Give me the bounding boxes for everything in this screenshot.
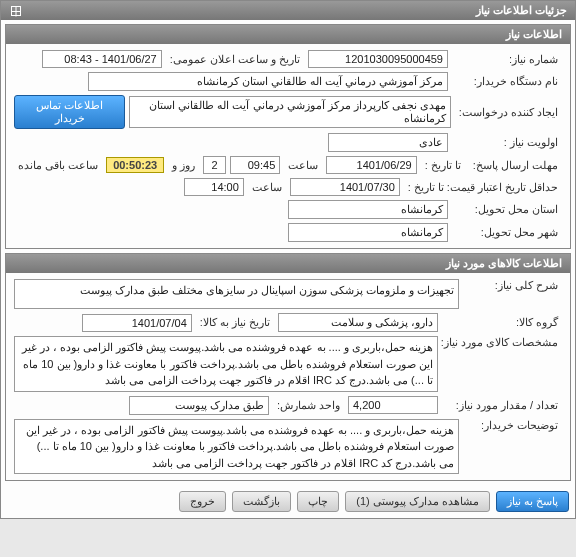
goods-info-header: اطلاعات کالاهای مورد نیاز	[6, 254, 570, 273]
requester-field[interactable]: مهدی نجفی کارپرداز مرکز آموزشي درماني آی…	[129, 96, 451, 128]
delivery-province-label: استان محل تحویل:	[452, 203, 562, 216]
delivery-city-label: شهر محل تحویل:	[452, 226, 562, 239]
print-button[interactable]: چاپ	[297, 491, 339, 512]
contact-buyer-button[interactable]: اطلاعات تماس خریدار	[14, 95, 125, 129]
desc-field[interactable]: تجهیزات و ملزومات پزشکی سوزن اسپاینال در…	[14, 279, 459, 309]
remain-label: ساعت باقی مانده	[14, 159, 102, 172]
unit-field[interactable]: طبق مدارک پیوست	[129, 396, 269, 415]
to-date-label-2: تا تاریخ :	[404, 181, 448, 194]
days-label: روز و	[168, 159, 199, 172]
qty-label: تعداد / مقدار مورد نیاز:	[442, 399, 562, 412]
priority-field[interactable]: عادی	[328, 133, 448, 152]
goods-info-panel: اطلاعات کالاهای مورد نیاز شرح کلی نیاز: …	[5, 253, 571, 481]
qty-field[interactable]: 4,200	[348, 396, 438, 414]
delivery-province-field[interactable]: کرمانشاه	[288, 200, 448, 219]
window-title: جزئیات اطلاعات نیاز	[476, 4, 567, 16]
group-label: گروه کالا:	[442, 316, 562, 329]
exit-button[interactable]: خروج	[179, 491, 226, 512]
spec-label: مشخصات کالای مورد نیاز:	[442, 336, 562, 349]
back-button[interactable]: بازگشت	[232, 491, 291, 512]
footer-bar: پاسخ به نیاز مشاهده مدارک پیوستی (1) چاپ…	[1, 485, 575, 518]
announce-field[interactable]: 1401/06/27 - 08:43	[42, 50, 162, 68]
group-field[interactable]: دارو، پزشکی و سلامت	[278, 313, 438, 332]
valid-date-field[interactable]: 1401/07/30	[290, 178, 400, 196]
spec-field[interactable]: هزینه حمل،باربری و .... به عهده فروشنده …	[14, 336, 438, 392]
goods-info-title: اطلاعات کالاهای مورد نیاز	[446, 257, 562, 269]
deadline-label: مهلت ارسال پاسخ:	[469, 159, 562, 172]
valid-min-label: حداقل تاریخ اعتبار قیمت:	[452, 181, 562, 194]
deadline-time-field[interactable]: 09:45	[230, 156, 280, 174]
window-title-bar: جزئیات اطلاعات نیاز	[1, 1, 575, 20]
time-label-2: ساعت	[248, 181, 286, 194]
need-to-date-label: تاریخ نیاز به کالا:	[196, 316, 274, 329]
buyer-field[interactable]: مرکز آموزشي درماني آیت اله طالقاني استان…	[88, 72, 448, 91]
countdown-timer: 00:50:23	[106, 157, 164, 173]
announce-label: تاریخ و ساعت اعلان عمومی:	[166, 53, 304, 66]
main-window: جزئیات اطلاعات نیاز اطلاعات نیاز شماره ن…	[0, 0, 576, 519]
close-icon[interactable]	[11, 6, 21, 16]
reply-button[interactable]: پاسخ به نیاز	[496, 491, 569, 512]
to-date-label: تا تاریخ :	[421, 159, 465, 172]
unit-label: واحد شمارش:	[273, 399, 344, 412]
buyer-notes-label: توضیحات خریدار:	[463, 419, 562, 432]
need-info-header: اطلاعات نیاز	[6, 25, 570, 44]
requester-label: ایجاد کننده درخواست:	[455, 106, 562, 119]
valid-time-field[interactable]: 14:00	[184, 178, 244, 196]
buyer-label: نام دستگاه خریدار:	[452, 75, 562, 88]
need-number-label: شماره نیاز:	[452, 53, 562, 66]
priority-label: اولویت نیاز :	[452, 136, 562, 149]
buyer-notes-field[interactable]: هزینه حمل،باربری و .... به عهده فروشنده …	[14, 419, 459, 475]
deadline-date-field[interactable]: 1401/06/29	[326, 156, 416, 174]
days-remaining-field: 2	[203, 156, 226, 174]
attachments-button[interactable]: مشاهده مدارک پیوستی (1)	[345, 491, 490, 512]
time-label-1: ساعت	[284, 159, 322, 172]
need-number-field[interactable]: 1201030095000459	[308, 50, 448, 68]
need-info-panel: اطلاعات نیاز شماره نیاز: 120103009500045…	[5, 24, 571, 249]
need-to-date-field[interactable]: 1401/07/04	[82, 314, 192, 332]
delivery-city-field[interactable]: کرمانشاه	[288, 223, 448, 242]
need-info-title: اطلاعات نیاز	[506, 28, 562, 40]
desc-label: شرح کلی نیاز:	[463, 279, 562, 292]
